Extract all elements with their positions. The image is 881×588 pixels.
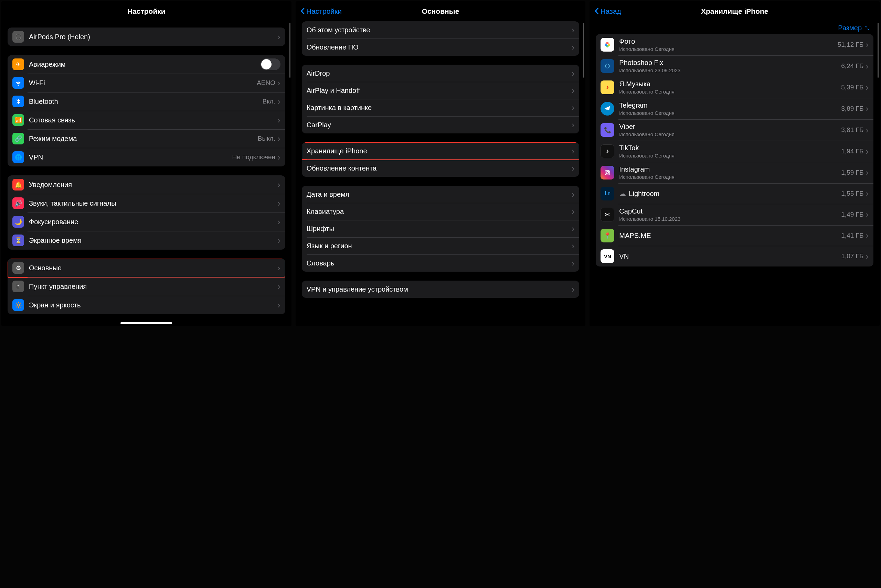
header: Настройки Основные (296, 2, 586, 21)
app-size: 1,55 ГБ (841, 190, 863, 197)
label: AirPlay и Handoff (307, 87, 571, 94)
row-hotspot[interactable]: 🔗 Режим модема Выкл. (8, 129, 285, 148)
label: VPN и управление устройством (307, 285, 571, 293)
row-bluetooth[interactable]: Bluetooth Вкл. (8, 92, 285, 111)
row-background-refresh[interactable]: Обновление контента (302, 159, 580, 177)
row-airpods[interactable]: 🎧 AirPods Pro (Helen) (8, 27, 285, 46)
scrollbar[interactable] (289, 23, 290, 78)
storage-row[interactable]: VNVN1,07 ГБ (596, 246, 873, 267)
row-iphone-storage[interactable]: Хранилище iPhone (302, 142, 580, 159)
storage-row[interactable]: InstagramИспользовано Сегодня1,59 ГБ (596, 162, 873, 183)
svg-point-6 (606, 172, 609, 174)
home-indicator[interactable] (120, 322, 172, 324)
row-fonts[interactable]: Шрифты (302, 220, 580, 237)
label: Словарь (307, 259, 571, 267)
row-display[interactable]: 🔆 Экран и яркость (8, 296, 285, 314)
app-icon: ♪ (600, 144, 614, 158)
app-size: 3,89 ГБ (841, 105, 863, 112)
label: Экранное время (29, 237, 277, 244)
sort-icon: ⌃⌄ (864, 25, 869, 31)
app-icon (600, 38, 614, 52)
label-stack: InstagramИспользовано Сегодня (619, 165, 841, 180)
sliders-icon: 🎚 (12, 280, 24, 292)
label-stack: CapCutИспользовано 15.10.2023 (619, 207, 841, 222)
scrollbar[interactable] (878, 23, 879, 78)
row-control-center[interactable]: 🎚 Пункт управления (8, 277, 285, 296)
row-keyboard[interactable]: Клавиатура (302, 203, 580, 220)
bluetooth-icon (12, 96, 24, 107)
label-stack: TelegramИспользовано Сегодня (619, 102, 841, 116)
content: Размер ⌃⌄ ФотоИспользовано Сегодня51,12 … (589, 21, 879, 326)
row-software-update[interactable]: Обновление ПО (302, 39, 580, 56)
label: Уведомления (29, 181, 277, 189)
row-general[interactable]: ⚙ Основные (8, 259, 285, 277)
row-about[interactable]: Об этом устройстве (302, 21, 580, 39)
page-title: Настройки (127, 7, 165, 15)
row-vpn[interactable]: 🌐 VPN Не подключен (8, 148, 285, 166)
svg-point-3 (604, 44, 607, 46)
row-airdrop[interactable]: AirDrop (302, 64, 580, 82)
app-storage-list: ФотоИспользовано Сегодня51,12 ГБPhotosho… (596, 34, 873, 267)
storage-row[interactable]: Lr☁Lightroom1,55 ГБ (596, 183, 873, 204)
svg-point-4 (605, 64, 609, 68)
value: Вкл. (262, 98, 275, 105)
app-name: Фото (619, 38, 837, 45)
row-language[interactable]: Язык и регион (302, 237, 580, 255)
app-size: 5,39 ГБ (841, 84, 863, 91)
row-vpn-device[interactable]: VPN и управление устройством (302, 280, 580, 298)
app-sub: Использовано Сегодня (619, 174, 841, 180)
storage-row[interactable]: TelegramИспользовано Сегодня3,89 ГБ (596, 98, 873, 119)
header: Назад Хранилище iPhone (589, 2, 879, 21)
storage-row[interactable]: ♪TikTokИспользовано Сегодня1,94 ГБ (596, 141, 873, 162)
app-sub: Использовано Сегодня (619, 110, 841, 116)
row-pip[interactable]: Картинка в картинке (302, 99, 580, 116)
row-airplay[interactable]: AirPlay и Handoff (302, 82, 580, 99)
storage-row[interactable]: 📍MAPS.ME1,41 ГБ (596, 225, 873, 246)
label: Шрифты (307, 225, 571, 233)
label: Bluetooth (29, 98, 262, 106)
scrollbar[interactable] (583, 23, 584, 78)
row-cellular[interactable]: 📶 Сотовая связь (8, 111, 285, 129)
storage-row[interactable]: 📞ViberИспользовано Сегодня3,81 ГБ (596, 119, 873, 141)
row-airplane[interactable]: ✈ Авиарежим (8, 55, 285, 74)
airplane-toggle[interactable] (260, 58, 281, 70)
label: Хранилище iPhone (307, 147, 571, 155)
back-button[interactable]: Назад (594, 7, 621, 15)
app-size: 1,41 ГБ (841, 232, 863, 239)
row-dictionary[interactable]: Словарь (302, 255, 580, 272)
row-carplay[interactable]: CarPlay (302, 116, 580, 134)
content: 🎧 AirPods Pro (Helen) ✈ Авиарежим Wi-Fi … (2, 21, 292, 326)
label: Звуки, тактильные сигналы (29, 200, 277, 207)
sort-button[interactable]: Размер ⌃⌄ (596, 21, 873, 34)
label-stack: Я.МузыкаИспользовано Сегодня (619, 80, 841, 94)
label: Клавиатура (307, 208, 571, 216)
svg-point-7 (609, 171, 609, 172)
header: Настройки (2, 2, 292, 21)
gear-icon: ⚙ (12, 262, 24, 274)
app-icon: Lr (600, 187, 614, 201)
label: Пункт управления (29, 283, 277, 291)
app-name: Я.Музыка (619, 80, 841, 88)
storage-row[interactable]: ✂CapCutИспользовано 15.10.20231,49 ГБ (596, 204, 873, 225)
label: Сотовая связь (29, 116, 277, 124)
storage-row[interactable]: ♪Я.МузыкаИспользовано Сегодня5,39 ГБ (596, 76, 873, 98)
label-stack: TikTokИспользовано Сегодня (619, 144, 841, 159)
storage-row[interactable]: ФотоИспользовано Сегодня51,12 ГБ (596, 34, 873, 56)
row-date-time[interactable]: Дата и время (302, 186, 580, 203)
app-name: Instagram (619, 165, 841, 173)
app-name: MAPS.ME (619, 232, 841, 240)
back-button[interactable]: Настройки (301, 7, 342, 15)
label-stack: ФотоИспользовано Сегодня (619, 38, 837, 52)
row-sounds[interactable]: 🔊 Звуки, тактильные сигналы (8, 194, 285, 213)
screen-settings: Настройки 🎧 AirPods Pro (Helen) ✈ Авиаре… (2, 2, 292, 326)
row-focus[interactable]: 🌙 Фокусирование (8, 213, 285, 231)
row-wifi[interactable]: Wi-Fi AENO (8, 74, 285, 92)
app-size: 1,07 ГБ (841, 252, 863, 260)
label: AirPods Pro (Helen) (29, 33, 277, 41)
storage-row[interactable]: Photoshop FixИспользовано 23.09.20236,24… (596, 56, 873, 76)
row-screentime[interactable]: ⏳ Экранное время (8, 231, 285, 250)
label: Основные (29, 264, 277, 272)
row-notifications[interactable]: 🔔 Уведомления (8, 176, 285, 194)
app-name: Telegram (619, 102, 841, 110)
wifi-icon (12, 77, 24, 89)
